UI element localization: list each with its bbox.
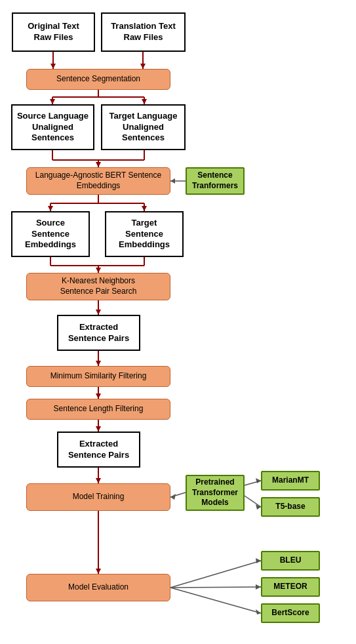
target-embeddings-box: Target Sentence Embeddings: [105, 211, 184, 257]
svg-marker-33: [96, 393, 101, 399]
min-similarity-box: Minimum Similarity Filtering: [26, 366, 170, 387]
svg-line-50: [170, 587, 261, 588]
svg-line-46: [245, 496, 261, 507]
sentence-segmentation-box: Sentence Segmentation: [26, 69, 170, 90]
svg-marker-19: [48, 206, 53, 211]
svg-marker-7: [50, 99, 55, 104]
pretrained-models-box: Pretrained Transformer Models: [186, 475, 245, 511]
diagram: Original Text Raw Files Translation Text…: [0, 0, 356, 644]
target-language-box: Target Language Unaligned Sentences: [101, 104, 186, 150]
svg-line-44: [245, 481, 261, 485]
original-text-box: Original Text Raw Files: [12, 12, 95, 52]
t5-base-box: T5-base: [261, 497, 320, 517]
model-training-box: Model Training: [26, 483, 170, 511]
meteor-box: METEOR: [261, 577, 320, 597]
extracted-pairs-2-box: Extracted Sentence Pairs: [57, 432, 140, 468]
svg-marker-13: [96, 162, 101, 167]
svg-marker-31: [96, 361, 101, 366]
svg-marker-45: [256, 478, 261, 483]
svg-marker-37: [96, 478, 101, 483]
svg-marker-41: [170, 178, 175, 184]
source-embeddings-box: Source Sentence Embeddings: [11, 211, 90, 257]
svg-marker-49: [256, 558, 261, 563]
svg-marker-43: [170, 494, 176, 500]
svg-marker-53: [256, 609, 261, 614]
svg-marker-39: [96, 569, 101, 574]
translation-text-box: Translation Text Raw Files: [101, 12, 186, 52]
svg-marker-9: [142, 99, 147, 104]
svg-marker-21: [142, 206, 147, 211]
svg-line-48: [170, 561, 261, 588]
bert-embeddings-box: Language-Agnostic BERT Sentence Embeddin…: [26, 167, 170, 195]
svg-line-52: [170, 588, 261, 613]
svg-marker-3: [140, 64, 146, 69]
marianmt-box: MarianMT: [261, 471, 320, 491]
svg-marker-47: [256, 504, 261, 510]
knn-search-box: K-Nearest Neighbors Sentence Pair Search: [26, 273, 170, 300]
svg-marker-1: [50, 64, 56, 69]
extracted-pairs-1-box: Extracted Sentence Pairs: [57, 315, 140, 351]
svg-marker-25: [96, 268, 101, 273]
arrows-svg: [0, 0, 356, 644]
svg-line-42: [170, 493, 186, 497]
sentence-transformers-box: Sentence Tranformers: [186, 167, 245, 195]
svg-marker-29: [96, 310, 101, 315]
svg-marker-35: [96, 426, 101, 432]
bertscore-box: BertScore: [261, 603, 320, 623]
sentence-length-box: Sentence Length Filtering: [26, 399, 170, 420]
svg-marker-51: [256, 584, 261, 590]
source-language-box: Source Language Unaligned Sentences: [11, 104, 94, 150]
bleu-box: BLEU: [261, 551, 320, 571]
model-evaluation-box: Model Evaluation: [26, 574, 170, 601]
